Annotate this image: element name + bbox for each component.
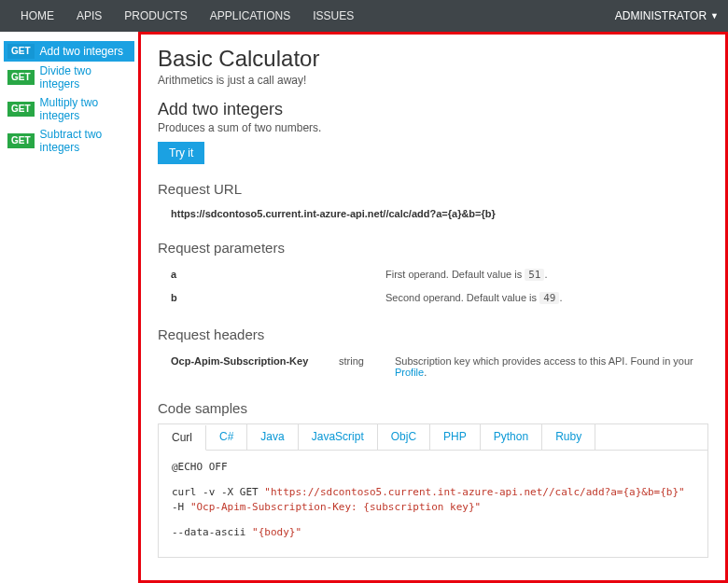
method-badge: GET <box>7 70 35 85</box>
param-row-a: a First operand. Default value is 51. <box>158 263 708 286</box>
sidebar-item-label: Divide two integers <box>40 64 131 90</box>
param-default-value: 49 <box>539 292 559 304</box>
section-request-params: Request parameters <box>158 240 708 256</box>
nav-issues[interactable]: ISSUES <box>301 0 365 32</box>
code-line: --data-ascii "{body}" <box>172 525 694 541</box>
tab-java[interactable]: Java <box>247 424 298 450</box>
header-type: string <box>339 355 395 378</box>
tab-ruby[interactable]: Ruby <box>542 424 595 450</box>
tab-python[interactable]: Python <box>481 424 542 450</box>
operation-desc: Produces a sum of two numbers. <box>158 121 708 134</box>
caret-down-icon: ▼ <box>710 11 719 21</box>
nav-applications[interactable]: APPLICATIONS <box>199 0 301 32</box>
sidebar-item-divide[interactable]: GET Divide two integers <box>4 62 134 93</box>
method-badge: GET <box>7 102 35 117</box>
method-badge: GET <box>7 133 35 148</box>
sidebar-item-add[interactable]: GET Add two integers <box>4 41 134 62</box>
code-line: curl -v -X GET "https://sdcontoso5.curre… <box>172 485 694 501</box>
nav-user-label: ADMINISTRATOR <box>615 9 707 22</box>
code-line: -H "Ocp-Apim-Subscription-Key: {subscrip… <box>172 500 694 516</box>
code-line: @ECHO OFF <box>172 460 694 476</box>
sidebar-item-subtract[interactable]: GET Subtract two integers <box>4 125 134 157</box>
sidebar-item-label: Multiply two integers <box>40 96 131 122</box>
param-name: a <box>171 269 385 281</box>
section-request-headers: Request headers <box>158 326 708 342</box>
nav-products[interactable]: PRODUCTS <box>113 0 198 32</box>
tab-curl[interactable]: Curl <box>159 425 206 451</box>
tab-csharp[interactable]: C# <box>206 424 247 450</box>
request-url-value: https://sdcontoso5.current.int-azure-api… <box>158 204 708 223</box>
param-desc: First operand. Default value is 51. <box>385 269 708 281</box>
param-desc: Second operand. Default value is 49. <box>385 292 708 304</box>
param-row-b: b Second operand. Default value is 49. <box>158 286 708 310</box>
sidebar: GET Add two integers GET Divide two inte… <box>0 32 138 583</box>
nav-apis[interactable]: APIS <box>65 0 113 32</box>
operation-title: Add two integers <box>158 100 708 119</box>
sidebar-item-label: Add two integers <box>40 45 123 58</box>
page-subtitle: Arithmetics is just a call away! <box>158 74 708 87</box>
topnav: HOME APIS PRODUCTS APPLICATIONS ISSUES A… <box>0 0 728 32</box>
page-title: Basic Calculator <box>158 46 708 72</box>
param-name: b <box>171 292 385 304</box>
code-tabs: Curl C# Java JavaScript ObjC PHP Python … <box>158 423 708 450</box>
main-panel: Basic Calculator Arithmetics is just a c… <box>138 32 728 583</box>
nav-user-menu[interactable]: ADMINISTRATOR ▼ <box>615 9 719 22</box>
profile-link[interactable]: Profile <box>395 367 424 378</box>
nav-home[interactable]: HOME <box>9 0 65 32</box>
header-row-subscription-key: Ocp-Apim-Subscription-Key string Subscri… <box>158 350 708 383</box>
header-desc: Subscription key which provides access t… <box>395 355 708 378</box>
tab-php[interactable]: PHP <box>430 424 481 450</box>
section-request-url: Request URL <box>158 181 708 197</box>
tab-objc[interactable]: ObjC <box>378 424 430 450</box>
header-name: Ocp-Apim-Subscription-Key <box>171 355 339 378</box>
method-badge: GET <box>7 44 35 59</box>
sidebar-item-multiply[interactable]: GET Multiply two integers <box>4 93 134 125</box>
param-default-value: 51 <box>525 269 544 281</box>
code-sample: @ECHO OFF curl -v -X GET "https://sdcont… <box>158 450 708 558</box>
section-code-samples: Code samples <box>158 400 708 416</box>
try-it-button[interactable]: Try it <box>158 142 204 164</box>
sidebar-item-label: Subtract two integers <box>40 128 131 154</box>
tab-javascript[interactable]: JavaScript <box>299 424 378 450</box>
